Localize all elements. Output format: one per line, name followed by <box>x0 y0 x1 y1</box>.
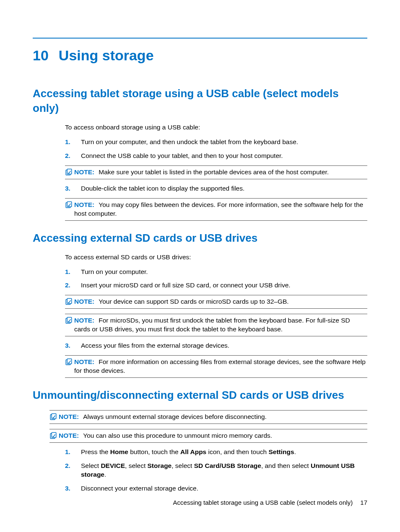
step-number: 3. <box>65 184 81 193</box>
note-content: NOTE:You may copy files between the devi… <box>74 201 367 218</box>
note-block: NOTE:Always unmount external storage dev… <box>49 410 367 424</box>
step-list: 3. Double-click the tablet icon to displ… <box>65 184 367 193</box>
note-label: NOTE: <box>74 317 94 324</box>
note-block: NOTE:Make sure your tablet is listed in … <box>65 165 367 179</box>
section-body: 1. Press the Home button, touch the All … <box>65 448 367 493</box>
list-item: 3. Disconnect your external storage devi… <box>65 484 367 493</box>
note-label: NOTE: <box>74 201 94 208</box>
note-icon <box>65 316 74 334</box>
section-body: To access external SD cards or USB drive… <box>65 253 367 378</box>
note-block: NOTE:For microSDs, you must first undock… <box>65 314 367 336</box>
section-body: To access onboard storage using a USB ca… <box>65 123 367 220</box>
page: 10Using storage Accessing tablet storage… <box>0 0 400 532</box>
step-text: Disconnect your external storage device. <box>81 484 367 493</box>
note-text: Always unmount external storage devices … <box>83 413 267 420</box>
intro-text: To access onboard storage using a USB ca… <box>65 123 367 132</box>
note-text: You can also use this procedure to unmou… <box>83 432 272 439</box>
note-icon <box>65 168 74 177</box>
svg-rect-5 <box>67 299 72 304</box>
note-content: NOTE:You can also use this procedure to … <box>59 431 367 440</box>
list-item: 1. Turn on your computer, and then undoc… <box>65 138 367 147</box>
section-heading: Accessing external SD cards or USB drive… <box>33 231 367 245</box>
step-number: 2. <box>65 462 81 479</box>
step-number: 3. <box>65 484 81 493</box>
note-content: NOTE:Always unmount external storage dev… <box>59 413 367 421</box>
footer-text: Accessing tablet storage using a USB cab… <box>173 499 353 506</box>
svg-rect-1 <box>67 169 72 174</box>
section-heading: Unmounting/disconnecting external SD car… <box>33 388 367 403</box>
note-content: NOTE:For microSDs, you must first undock… <box>74 316 367 334</box>
note-text: For more information on accessing files … <box>74 358 366 374</box>
section-heading: Accessing tablet storage using a USB cab… <box>33 86 367 116</box>
chapter-heading: 10Using storage <box>33 46 367 65</box>
svg-rect-3 <box>67 201 72 207</box>
step-text: Turn on your computer, and then undock t… <box>81 138 367 147</box>
step-text: Connect the USB cable to your tablet, an… <box>81 152 367 160</box>
note-block: NOTE:You can also use this procedure to … <box>49 429 367 443</box>
note-icon <box>65 358 74 375</box>
step-number: 2. <box>65 281 81 290</box>
list-item: 2. Insert your microSD card or full size… <box>65 281 367 290</box>
chapter-rule <box>33 38 367 39</box>
step-number: 2. <box>65 152 81 160</box>
note-text: You may copy files between the devices. … <box>74 201 363 217</box>
intro-text: To access external SD cards or USB drive… <box>65 253 367 262</box>
svg-rect-7 <box>67 318 72 323</box>
svg-rect-9 <box>67 359 72 364</box>
step-text: Select DEVICE, select Storage, select SD… <box>81 462 367 479</box>
step-number: 3. <box>65 341 81 350</box>
note-label: NOTE: <box>59 413 79 420</box>
chapter-number: 10 <box>33 47 49 63</box>
step-number: 1. <box>65 138 81 147</box>
step-list: 1. Press the Home button, touch the All … <box>65 448 367 493</box>
section-body: NOTE:Always unmount external storage dev… <box>49 410 367 443</box>
note-icon <box>65 201 74 218</box>
section-unmounting: Unmounting/disconnecting external SD car… <box>33 388 367 493</box>
note-text: Your device can support SD cards or micr… <box>99 298 288 305</box>
svg-rect-13 <box>52 432 56 437</box>
note-label: NOTE: <box>59 432 79 439</box>
section-accessing-tablet-storage: Accessing tablet storage using a USB cab… <box>33 86 367 221</box>
note-icon <box>49 431 59 440</box>
list-item: 1. Turn on your computer. <box>65 268 367 276</box>
step-list: 1. Turn on your computer, and then undoc… <box>65 138 367 160</box>
note-block: NOTE:For more information on accessing f… <box>65 355 367 378</box>
list-item: 1. Press the Home button, touch the All … <box>65 448 367 457</box>
section-accessing-external: Accessing external SD cards or USB drive… <box>33 231 367 378</box>
note-icon <box>65 297 74 306</box>
step-text: Press the Home button, touch the All App… <box>81 448 367 457</box>
note-label: NOTE: <box>74 168 94 176</box>
note-block: NOTE:You may copy files between the devi… <box>65 198 367 221</box>
page-number: 17 <box>360 499 367 506</box>
step-list: 3. Access your files from the external s… <box>65 341 367 350</box>
list-item: 2. Connect the USB cable to your tablet,… <box>65 152 367 160</box>
step-number: 1. <box>65 448 81 457</box>
note-label: NOTE: <box>74 358 94 365</box>
step-number: 1. <box>65 268 81 276</box>
note-content: NOTE:Make sure your tablet is listed in … <box>74 168 367 177</box>
note-label: NOTE: <box>74 298 94 305</box>
step-text: Insert your microSD card or full size SD… <box>81 281 367 290</box>
list-item: 2. Select DEVICE, select Storage, select… <box>65 462 367 479</box>
step-list: 1. Turn on your computer. 2. Insert your… <box>65 268 367 290</box>
list-item: 3. Access your files from the external s… <box>65 341 367 350</box>
step-text: Double-click the tablet icon to display … <box>81 184 367 193</box>
note-block: NOTE:Your device can support SD cards or… <box>65 295 367 309</box>
svg-rect-11 <box>52 414 56 419</box>
note-content: NOTE:For more information on accessing f… <box>74 358 367 375</box>
note-content: NOTE:Your device can support SD cards or… <box>74 297 367 306</box>
step-text: Turn on your computer. <box>81 268 367 276</box>
chapter-title: Using storage <box>59 47 154 63</box>
step-text: Access your files from the external stor… <box>81 341 367 350</box>
note-text: Make sure your tablet is listed in the p… <box>99 168 329 176</box>
note-text: For microSDs, you must first undock the … <box>74 317 350 333</box>
page-footer: Accessing tablet storage using a USB cab… <box>33 498 367 507</box>
list-item: 3. Double-click the tablet icon to displ… <box>65 184 367 193</box>
note-icon <box>49 413 59 421</box>
